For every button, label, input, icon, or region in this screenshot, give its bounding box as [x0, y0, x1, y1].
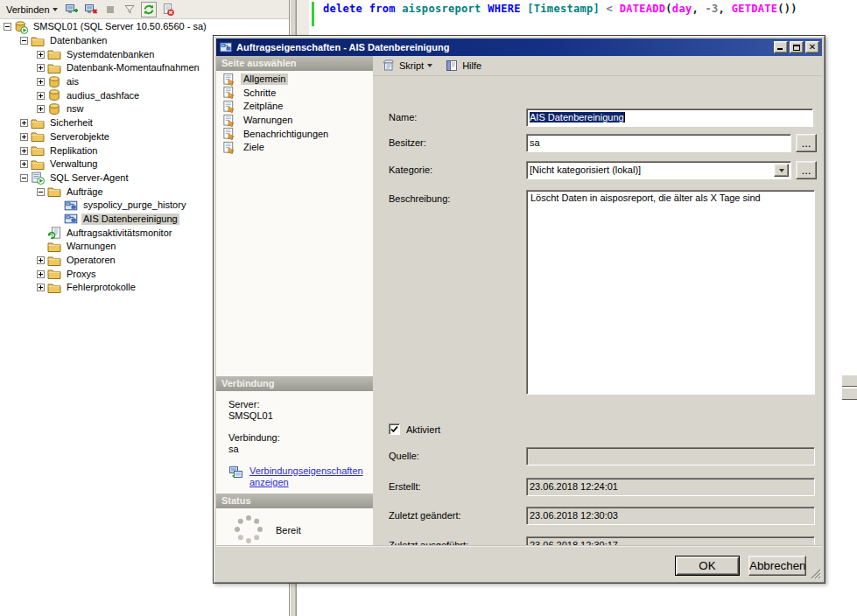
page-item[interactable]: Ziele	[216, 141, 373, 155]
expander-plus-icon[interactable]	[37, 64, 45, 72]
tree-item-label[interactable]: Sicherheit	[48, 117, 95, 129]
category-browse-button[interactable]: ...	[796, 161, 817, 179]
folder-icon	[31, 34, 45, 48]
expander-minus-icon[interactable]	[37, 188, 45, 196]
tree-item-label[interactable]: ais	[65, 76, 81, 88]
page-item-label[interactable]: Zeitpläne	[241, 101, 285, 112]
folder-icon	[47, 254, 61, 268]
tree-item-label[interactable]: SQL Server-Agent	[48, 172, 130, 184]
tree-item-label[interactable]: Fehlerprotokolle	[65, 282, 137, 293]
sql-token: ,	[719, 3, 732, 15]
page-item[interactable]: Schritte	[216, 87, 373, 101]
category-combobox[interactable]: [Nicht kategorisiert (lokal)]	[526, 161, 791, 179]
expander-plus-icon[interactable]	[37, 105, 45, 113]
tree-item-label[interactable]: Warnungen	[65, 241, 117, 252]
page-item[interactable]: Benachrichtigungen	[216, 127, 373, 141]
connect-icon[interactable]	[64, 2, 80, 18]
combo-dropdown-button[interactable]	[774, 164, 789, 177]
tree-item-label[interactable]: Proxys	[65, 269, 98, 280]
connection-properties-icon	[228, 466, 244, 480]
filter-icon[interactable]	[122, 2, 137, 18]
connect-menu-button[interactable]: Verbinden	[4, 2, 60, 18]
tree-item-label[interactable]: Datenbanken	[48, 35, 109, 46]
refresh-icon[interactable]	[141, 2, 157, 18]
expander-plus-icon[interactable]	[37, 92, 45, 100]
maximize-button[interactable]	[790, 41, 804, 53]
resize-grip[interactable]	[810, 568, 821, 579]
sql-token: DATEADD	[620, 3, 666, 15]
owner-browse-button[interactable]: ...	[796, 134, 817, 152]
folder-icon	[47, 240, 61, 254]
expander-plus-icon[interactable]	[37, 51, 45, 59]
tree-item-label[interactable]: Systemdatenbanken	[65, 49, 156, 60]
tree-item-label[interactable]: Replikation	[48, 145, 99, 157]
page-item[interactable]: Allgemein	[216, 73, 373, 87]
owner-field[interactable]: sa	[526, 134, 791, 152]
name-field[interactable]: AIS Datenbereinigung	[526, 108, 813, 127]
dialog-right-pane: Skript Hilfe Name: AIS Datenbereinigung …	[373, 56, 822, 545]
enabled-checkbox[interactable]	[389, 424, 400, 435]
database-icon	[47, 75, 61, 89]
sql-token: (	[665, 3, 672, 15]
expander-minus-icon[interactable]	[20, 174, 28, 182]
description-label: Beschreibung:	[389, 193, 450, 204]
progress-spinner-icon	[234, 514, 263, 546]
expander-plus-icon[interactable]	[20, 160, 28, 168]
sql-token: delete from	[323, 3, 402, 15]
sql-token: [Timestamp]	[527, 3, 606, 15]
tree-item-label[interactable]: Operatoren	[65, 255, 117, 266]
created-field-value: 23.06.2018 12:24:01	[530, 481, 618, 492]
page-icon	[222, 141, 236, 155]
description-textarea[interactable]: Löscht Daten in aisposreport, die älter …	[526, 190, 815, 395]
expander-plus-icon[interactable]	[37, 256, 45, 264]
enabled-checkbox-row[interactable]: Aktiviert	[389, 424, 440, 435]
expander-plus-icon[interactable]	[20, 119, 28, 127]
delete-script-icon[interactable]	[160, 2, 176, 18]
tree-item-label[interactable]: syspolicy_purge_history	[81, 200, 187, 211]
minimize-button[interactable]	[774, 41, 788, 53]
folder-icon	[47, 61, 61, 75]
expander-plus-icon[interactable]	[20, 133, 28, 141]
page-item-label[interactable]: Allgemein	[241, 74, 288, 85]
enabled-label: Aktiviert	[406, 424, 440, 435]
script-button[interactable]: Skript	[380, 58, 434, 74]
folder-icon	[31, 158, 45, 172]
page-item-label[interactable]: Schritte	[241, 88, 278, 99]
close-button[interactable]: ✕	[805, 41, 819, 53]
expander-plus-icon[interactable]	[20, 147, 28, 155]
page-item[interactable]: Warnungen	[216, 114, 373, 128]
expander-minus-icon[interactable]	[4, 23, 11, 31]
tree-item-label[interactable]: nsw	[65, 103, 86, 115]
ok-button[interactable]: OK	[675, 556, 740, 576]
page-item-label[interactable]: Warnungen	[241, 115, 295, 126]
stop-icon[interactable]	[102, 2, 118, 18]
disconnect-icon[interactable]	[83, 2, 99, 18]
page-item-label[interactable]: Benachrichtigungen	[241, 129, 331, 140]
help-button[interactable]: Hilfe	[443, 58, 483, 74]
page-item[interactable]: Zeitpläne	[216, 100, 373, 114]
page-item-label[interactable]: Ziele	[241, 142, 267, 153]
tree-item-label[interactable]: AIS Datenbereinigung	[81, 214, 179, 225]
cancel-button[interactable]: Abbrechen	[748, 556, 806, 576]
tree-item[interactable]: SMSQL01 (SQL Server 10.50.6560 - sa)	[0, 20, 289, 34]
tree-item-label[interactable]: Verwaltung	[48, 158, 99, 170]
expander-plus-icon[interactable]	[37, 270, 45, 278]
page-icon	[222, 86, 236, 100]
expander-plus-icon[interactable]	[37, 284, 45, 291]
expander-minus-icon[interactable]	[20, 37, 28, 45]
job-properties-dialog: Auftragseigenschaften - AIS Datenbereini…	[213, 35, 825, 584]
dialog-title-bar[interactable]: Auftragseigenschaften - AIS Datenbereini…	[216, 38, 822, 56]
tree-item-label[interactable]: Aufträge	[65, 186, 105, 198]
tree-item-label[interactable]: Serverobjekte	[48, 131, 111, 143]
sql-token: GETDATE	[732, 3, 778, 15]
tree-item-label[interactable]: Auftragsaktivitätsmonitor	[65, 228, 173, 239]
connection-properties-link[interactable]: Verbindungseigenschaften anzeigen	[249, 466, 369, 488]
tree-item-label[interactable]: Datenbank-Momentaufnahmen	[65, 62, 201, 74]
sql-token: aisposreport	[402, 3, 488, 15]
dialog-left-pane: Seite auswählen AllgemeinSchritteZeitplä…	[216, 56, 373, 545]
checkmark-icon	[390, 425, 398, 433]
tree-item-label[interactable]: audius_dashface	[65, 90, 141, 102]
tree-item-label[interactable]: SMSQL01 (SQL Server 10.50.6560 - sa)	[32, 21, 208, 32]
sql-code-line[interactable]: delete from aisposreport WHERE [Timestam…	[323, 3, 797, 15]
expander-plus-icon[interactable]	[37, 78, 45, 86]
